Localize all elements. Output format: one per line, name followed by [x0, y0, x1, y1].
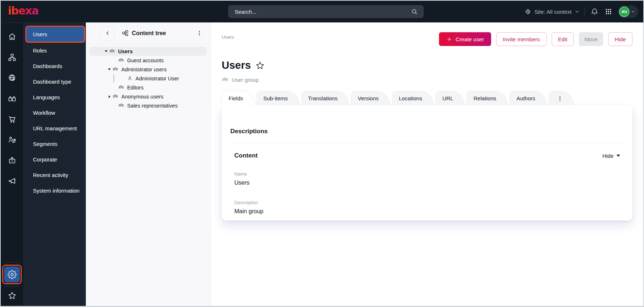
main-content: Users Create user Invite members Edit Mo… — [211, 22, 643, 306]
user-group-icon — [118, 84, 124, 91]
invite-members-button[interactable]: Invite members — [496, 32, 547, 46]
user-group-icon — [112, 93, 118, 100]
user-group-icon — [118, 102, 124, 109]
marketing-megaphone-icon[interactable] — [1, 171, 23, 192]
content-type-row: User group — [222, 76, 632, 83]
tree-node-administrator-user[interactable]: Administrator User — [89, 74, 207, 83]
content-tree-panel: Content tree Users — [86, 22, 211, 306]
sidebar-item-languages[interactable]: Languages — [23, 89, 86, 105]
tab-fields[interactable]: Fields — [222, 91, 255, 105]
topbar-right: Site: All context AU — [524, 1, 638, 22]
tree-guide-line — [113, 74, 114, 83]
site-globe-icon — [524, 8, 531, 15]
ibexa-logo[interactable]: ibexa — [8, 5, 38, 18]
user-menu[interactable]: AU — [618, 5, 638, 18]
corporate-badge-icon[interactable] — [1, 150, 23, 171]
sidebar-item-segments[interactable]: Segments — [23, 136, 86, 152]
settings-focus-ring — [2, 265, 22, 284]
home-icon[interactable] — [1, 26, 23, 47]
tab-sub-items[interactable]: Sub-items — [256, 91, 300, 105]
topbar-divider — [585, 7, 585, 16]
field-label: Name — [234, 171, 624, 177]
search-input[interactable] — [235, 9, 410, 15]
page-title: Users — [222, 59, 251, 71]
tab-locations[interactable]: Locations — [392, 91, 434, 105]
tab-authors[interactable]: Authors — [510, 91, 547, 105]
content-tree-header: Content tree — [86, 22, 210, 44]
sidebar-item-users[interactable]: Users — [25, 26, 85, 43]
field-name: Name Users — [230, 171, 624, 186]
avatar: AU — [619, 7, 630, 17]
global-search[interactable] — [228, 5, 424, 18]
sidebar-item-system-information[interactable]: System information — [23, 183, 86, 198]
settings-gear-icon[interactable] — [4, 266, 20, 282]
tab-translations[interactable]: Translations — [301, 91, 349, 105]
tree-node-administrator-users[interactable]: Administrator users — [89, 65, 207, 74]
fields-card: Descriptions Content Hide Name Users Des… — [222, 105, 632, 220]
tab-relations[interactable]: Relations — [467, 91, 508, 105]
tree-node-anonymous-users[interactable]: Anonymous users — [89, 92, 207, 101]
tree-node-editors[interactable]: Editors — [89, 83, 207, 92]
tab-url[interactable]: URL — [435, 91, 465, 105]
user-group-icon — [222, 76, 229, 83]
notifications-bell-icon[interactable] — [590, 7, 599, 16]
card-divider — [230, 143, 624, 143]
site-icon[interactable] — [1, 68, 23, 88]
site-context-selector[interactable]: Site: All context — [524, 8, 580, 15]
field-description: Description Main group — [230, 200, 624, 215]
customers-icon[interactable] — [1, 130, 23, 150]
search-icon[interactable] — [410, 8, 419, 16]
sidebar-item-url-management[interactable]: URL management — [23, 121, 86, 136]
sidebar-item-dashboard-type[interactable]: Dashboard type — [23, 74, 86, 89]
sidebar-item-workflow[interactable]: Workflow — [23, 105, 86, 121]
products-icon[interactable] — [1, 88, 23, 109]
tab-bar: Fields Sub-items Translations Versions L… — [222, 91, 632, 105]
sidebar-item-dashboards[interactable]: Dashboards — [23, 58, 86, 74]
site-context-label: Site: All context — [534, 9, 572, 15]
content-section-header: Content Hide — [230, 152, 624, 159]
app-grid-icon[interactable] — [604, 7, 613, 16]
chevron-down-icon — [631, 9, 635, 14]
action-buttons: Create user Invite members Edit Move Hid… — [439, 32, 632, 46]
create-user-button[interactable]: Create user — [439, 32, 491, 46]
tree-node-users[interactable]: Users — [89, 47, 207, 56]
caret-down-icon — [616, 155, 620, 157]
caret-expanded-icon[interactable] — [106, 68, 112, 70]
user-group-icon — [118, 57, 124, 63]
content-tree-list: Users Guest accounts Administrator users — [86, 44, 210, 110]
rail-divider — [4, 286, 20, 287]
content-structure-icon[interactable] — [1, 47, 23, 68]
caret-expanded-icon[interactable] — [103, 50, 109, 52]
section-collapse-toggle[interactable]: Hide — [602, 153, 620, 159]
icon-rail — [1, 22, 23, 306]
collapse-panel-chevron-left-icon[interactable] — [100, 26, 115, 41]
user-group-icon — [112, 66, 118, 72]
edit-button[interactable]: Edit — [552, 32, 574, 46]
hide-button[interactable]: Hide — [608, 32, 632, 46]
plus-icon — [446, 36, 452, 42]
tree-node-sales-representatives[interactable]: Sales representatives — [89, 101, 207, 110]
content-tree-icon — [122, 30, 129, 37]
field-label: Description — [234, 200, 624, 205]
tab-overflow-kebab-icon[interactable] — [549, 91, 574, 105]
move-button[interactable]: Move — [579, 32, 603, 46]
app-window: ibexa Site: All context AU — [0, 0, 644, 307]
bookmarks-star-icon[interactable] — [6, 290, 18, 302]
field-value: Users — [234, 180, 624, 186]
descriptions-heading: Descriptions — [230, 128, 624, 135]
sidebar-item-corporate[interactable]: Corporate — [23, 152, 86, 167]
tree-node-guest-accounts[interactable]: Guest accounts — [89, 56, 207, 65]
tree-options-kebab-icon[interactable] — [195, 29, 204, 38]
field-value: Main group — [234, 208, 624, 215]
commerce-cart-icon[interactable] — [1, 109, 23, 130]
title-row: Users — [222, 59, 632, 71]
sidebar-item-recent-activity[interactable]: Recent activity — [23, 167, 86, 183]
rail-divider — [4, 262, 20, 262]
rail-bottom — [1, 262, 23, 302]
tab-versions[interactable]: Versions — [351, 91, 390, 105]
chevron-down-icon — [574, 9, 580, 14]
bookmark-star-icon[interactable] — [255, 61, 265, 70]
sidebar-item-roles[interactable]: Roles — [23, 43, 86, 58]
caret-collapsed-icon[interactable] — [106, 95, 112, 98]
content-type-label: User group — [232, 77, 259, 83]
